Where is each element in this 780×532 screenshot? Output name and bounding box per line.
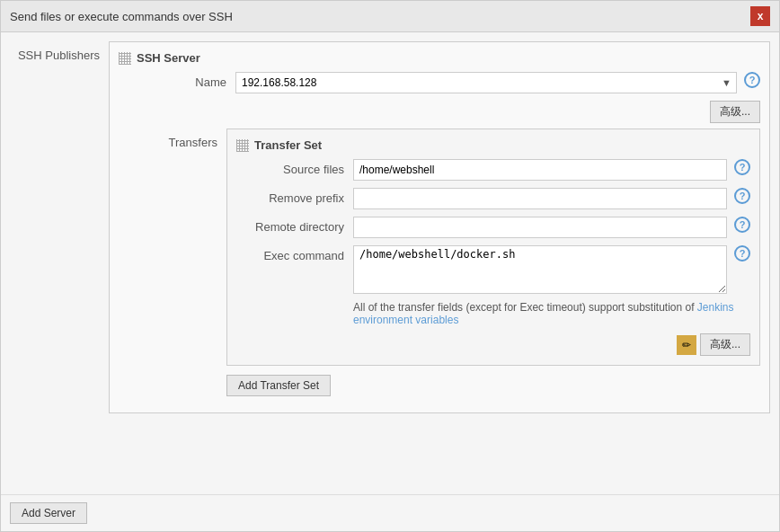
transfer-set-drag-handle-icon	[236, 139, 249, 152]
source-files-row: Source files ?	[236, 159, 750, 181]
add-transfer-set-button[interactable]: Add Transfer Set	[226, 375, 331, 396]
transfers-content: Transfer Set Source files ?	[226, 129, 760, 396]
footer: Add Server	[1, 494, 779, 531]
source-files-input[interactable]	[353, 159, 727, 181]
name-select-wrapper: 192.168.58.128 ▼	[235, 72, 737, 93]
ssh-server-title: SSH Server	[137, 51, 200, 65]
close-button[interactable]: x	[750, 6, 770, 26]
remote-directory-row: Remote directory ?	[236, 217, 750, 238]
name-select[interactable]: 192.168.58.128	[235, 72, 737, 93]
remote-directory-help-icon[interactable]: ?	[734, 217, 750, 233]
add-transfer-set-row: Add Transfer Set	[226, 375, 760, 396]
source-files-help-icon[interactable]: ?	[734, 159, 750, 175]
transfers-label: Transfers	[119, 129, 226, 149]
name-control: 192.168.58.128 ▼ ?	[235, 72, 760, 93]
transfer-set-title: Transfer Set	[254, 138, 322, 152]
hint-text: All of the transfer fields (except for E…	[236, 301, 750, 326]
add-server-button[interactable]: Add Server	[10, 502, 87, 524]
ssh-server-header: SSH Server	[119, 51, 760, 65]
remote-directory-input[interactable]	[353, 217, 727, 238]
exec-command-row: Exec command /home/webshell/docker.sh ?	[236, 245, 750, 294]
transfer-set-header: Transfer Set	[236, 138, 750, 152]
remove-prefix-label: Remove prefix	[236, 188, 353, 205]
hint-text-content: All of the transfer fields (except for E…	[353, 301, 697, 314]
remove-prefix-row: Remove prefix ?	[236, 188, 750, 209]
name-label: Name	[119, 72, 235, 89]
remove-prefix-control: ?	[353, 188, 750, 209]
pencil-icon: ✏	[677, 335, 696, 355]
remote-directory-label: Remote directory	[236, 217, 353, 234]
dialog-title: Send files or execute commands over SSH	[10, 10, 233, 23]
exec-command-textarea[interactable]: /home/webshell/docker.sh	[353, 245, 727, 294]
source-files-label: Source files	[236, 159, 353, 176]
exec-command-label: Exec command	[236, 245, 353, 262]
transfers-row: Transfers Transfer Set Source files	[119, 129, 760, 396]
ssh-server-section: SSH Server Name 192.168.58.128 ▼ ?	[109, 41, 770, 413]
transfer-set-section: Transfer Set Source files ?	[226, 129, 760, 366]
name-row: Name 192.168.58.128 ▼ ?	[119, 72, 760, 93]
exec-command-control: /home/webshell/docker.sh ?	[353, 245, 750, 294]
transfer-set-advanced-button[interactable]: 高级...	[700, 333, 750, 356]
remove-prefix-help-icon[interactable]: ?	[734, 188, 750, 204]
ssh-server-advanced-row: 高级...	[119, 101, 760, 123]
name-help-icon[interactable]: ?	[744, 72, 760, 88]
remote-directory-control: ?	[353, 217, 750, 238]
dialog-body: SSH Publishers SSH Server Name 192.168.5…	[1, 32, 779, 494]
drag-handle-icon	[119, 52, 131, 65]
remove-prefix-input[interactable]	[353, 188, 727, 209]
main-content: SSH Server Name 192.168.58.128 ▼ ?	[109, 41, 779, 485]
dialog: Send files or execute commands over SSH …	[0, 0, 780, 532]
exec-command-help-icon[interactable]: ?	[734, 245, 750, 262]
ssh-publishers-label: SSH Publishers	[1, 41, 109, 485]
transfer-set-advanced-row: ✏ 高级...	[236, 333, 750, 356]
dialog-header: Send files or execute commands over SSH …	[1, 1, 779, 32]
ssh-server-advanced-button[interactable]: 高级...	[710, 101, 760, 123]
source-files-control: ?	[353, 159, 750, 181]
